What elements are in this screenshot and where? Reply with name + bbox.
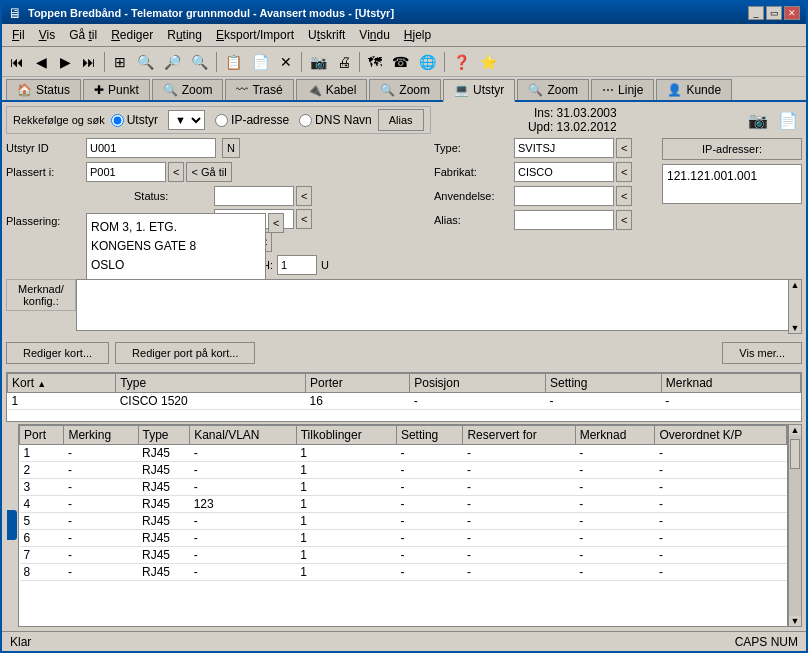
menu-rediger[interactable]: Rediger (105, 26, 159, 44)
port-row-4[interactable]: 5-RJ45-1---- (20, 512, 787, 529)
title-bar: 🖥 Toppen Bredbånd - Telemator grunnmodul… (2, 2, 806, 24)
rediger-kort-btn[interactable]: Rediger kort... (6, 342, 109, 364)
anvendelse-input[interactable] (514, 186, 614, 206)
tb-print[interactable]: 🖨 (333, 51, 355, 73)
port-row-6[interactable]: 7-RJ45-1---- (20, 546, 787, 563)
port-row-1[interactable]: 2-RJ45-1---- (20, 461, 787, 478)
th-port: Port (20, 425, 64, 444)
tb-copy[interactable]: 📋 (221, 51, 246, 73)
radio-utstyr[interactable]: Utstyr (111, 113, 158, 127)
kort-row-0[interactable]: 1 CISCO 1520 16 - - - (8, 392, 801, 409)
tb-paste[interactable]: 📄 (248, 51, 273, 73)
type-input[interactable] (514, 138, 614, 158)
camera-btn[interactable]: 📷 (744, 109, 772, 131)
port-row-2[interactable]: 3-RJ45-1---- (20, 478, 787, 495)
plassert-prev-btn[interactable]: < (168, 162, 184, 182)
fabrikat-btn[interactable]: < (616, 162, 632, 182)
alias-input[interactable] (514, 210, 614, 230)
eier-btn[interactable]: < (296, 209, 312, 229)
minimize-button[interactable]: _ (748, 6, 764, 20)
port-cell-reservert-3: - (463, 495, 575, 512)
rediger-port-btn[interactable]: Rediger port på kort... (115, 342, 255, 364)
plassert-input[interactable] (86, 162, 166, 182)
port-row-3[interactable]: 4-RJ451231---- (20, 495, 787, 512)
menu-ruting[interactable]: Ruting (161, 26, 208, 44)
radio-dns-input[interactable] (299, 114, 312, 127)
port-cell-overordnet-5: - (655, 529, 787, 546)
port-table-body: 1-RJ45-1----2-RJ45-1----3-RJ45-1----4-RJ… (20, 444, 787, 580)
status-input[interactable] (214, 186, 294, 206)
tab-linje[interactable]: ⋯ Linje (591, 79, 654, 100)
menu-vis[interactable]: Vis (33, 26, 61, 44)
type-btn[interactable]: < (616, 138, 632, 158)
tb-camera[interactable]: 📷 (306, 51, 331, 73)
menu-vindu[interactable]: Vindu (353, 26, 396, 44)
scroll-up-btn[interactable]: ▲ (791, 280, 800, 290)
menu-utskrift[interactable]: Utskrift (302, 26, 351, 44)
menu-ga-til[interactable]: Gå til (63, 26, 103, 44)
tb-help[interactable]: ❓ (449, 51, 474, 73)
port-cell-merking-5: - (64, 529, 138, 546)
tab-utstyr[interactable]: 💻 Utstyr (443, 79, 515, 102)
fabrikat-input[interactable] (514, 162, 614, 182)
tb-sep3 (301, 52, 302, 72)
tab-kabel[interactable]: 🔌 Kabel (296, 79, 368, 100)
tb-map[interactable]: 🗺 (364, 51, 386, 73)
scroll-down-btn[interactable]: ▼ (791, 323, 800, 333)
scroll-up-port[interactable]: ▲ (791, 425, 800, 435)
radio-ip[interactable]: IP-adresse (215, 113, 289, 127)
n-button[interactable]: N (222, 138, 240, 158)
merknad-textarea[interactable] (76, 279, 802, 331)
port-row-0[interactable]: 1-RJ45-1---- (20, 444, 787, 461)
h-input[interactable] (277, 255, 317, 275)
utstyr-id-input[interactable] (86, 138, 216, 158)
tb-delete[interactable]: ✕ (275, 51, 297, 73)
port-cell-reservert-2: - (463, 478, 575, 495)
utstyr-dropdown[interactable]: ▼ (168, 110, 205, 130)
port-cell-type-5: RJ45 (138, 529, 190, 546)
status-btn[interactable]: < (296, 186, 312, 206)
plassering-btn[interactable]: < (268, 213, 284, 233)
port-cell-tilkoblinger-6: 1 (296, 546, 396, 563)
alias-button[interactable]: Alias (378, 109, 424, 131)
tb-search2[interactable]: 🔎 (160, 51, 185, 73)
ga-til-btn[interactable]: < Gå til (186, 162, 231, 182)
tb-search3[interactable]: 🔍 (187, 51, 212, 73)
kort-cell-merknad-0: - (661, 392, 800, 409)
menu-fil[interactable]: Fil (6, 26, 31, 44)
tab-status[interactable]: 🏠 Status (6, 79, 81, 100)
tb-search1[interactable]: 🔍 (133, 51, 158, 73)
tb-last[interactable]: ⏭ (78, 51, 100, 73)
tab-kunde[interactable]: 👤 Kunde (656, 79, 732, 100)
tb-play[interactable]: ▶ (54, 51, 76, 73)
restore-button[interactable]: ▭ (766, 6, 782, 20)
close-button[interactable]: ✕ (784, 6, 800, 20)
tab-punkt[interactable]: ✚ Punkt (83, 79, 150, 100)
tab-zoom2[interactable]: 🔍 Zoom (369, 79, 441, 100)
tb-first[interactable]: ⏮ (6, 51, 28, 73)
radio-dns[interactable]: DNS Navn (299, 113, 372, 127)
anvendelse-btn[interactable]: < (616, 186, 632, 206)
scroll-down-port[interactable]: ▼ (791, 616, 800, 626)
tb-phone[interactable]: ☎ (388, 51, 413, 73)
radio-utstyr-input[interactable] (111, 114, 124, 127)
alias-right-btn[interactable]: < (616, 210, 632, 230)
port-row-5[interactable]: 6-RJ45-1---- (20, 529, 787, 546)
tab-zoom1[interactable]: 🔍 Zoom (152, 79, 224, 100)
plassering-line3: OSLO (91, 256, 261, 275)
port-row-7[interactable]: 8-RJ45-1---- (20, 563, 787, 580)
port-cell-reservert-0: - (463, 444, 575, 461)
menu-eksport[interactable]: Eksport/Import (210, 26, 300, 44)
vis-mer-btn[interactable]: Vis mer... (722, 342, 802, 364)
scrollbar[interactable]: ▲ ▼ (788, 424, 802, 627)
ip-adresser-button[interactable]: IP-adresser: (662, 138, 802, 160)
doc-btn[interactable]: 📄 (774, 109, 802, 131)
tb-prev[interactable]: ◀ (30, 51, 52, 73)
tb-grid[interactable]: ⊞ (109, 51, 131, 73)
radio-ip-input[interactable] (215, 114, 228, 127)
tab-trase[interactable]: 〰 Trasé (225, 79, 293, 100)
tab-zoom3[interactable]: 🔍 Zoom (517, 79, 589, 100)
menu-hjelp[interactable]: Hjelp (398, 26, 437, 44)
tb-globe[interactable]: 🌐 (415, 51, 440, 73)
tb-star[interactable]: ⭐ (476, 51, 501, 73)
